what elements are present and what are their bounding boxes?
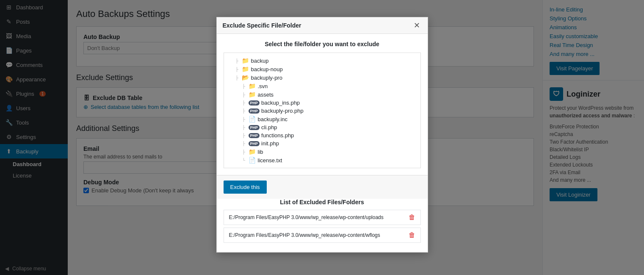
delete-excluded-1[interactable]: 🗑 bbox=[409, 214, 415, 221]
excluded-item-2: E:/Program Files/EasyPHP 3.0/www/wp_rele… bbox=[224, 228, 421, 243]
excluded-path-2: E:/Program Files/EasyPHP 3.0/www/wp_rele… bbox=[229, 232, 380, 238]
modal-subtitle: Select the file/folder you want to exclu… bbox=[224, 41, 421, 47]
tree-item-init[interactable]: ├ PHP init.php bbox=[241, 139, 417, 147]
tree-item-svn[interactable]: ├ 📁 .svn bbox=[241, 82, 417, 90]
modal-body: Select the file/folder you want to exclu… bbox=[217, 34, 428, 175]
tree-label-lib: lib bbox=[258, 149, 263, 155]
modal-close-button[interactable]: ✕ bbox=[412, 22, 422, 29]
tree-item-license[interactable]: └ 📄 license.txt bbox=[241, 156, 417, 164]
tree-label-backup-ins: backup_ins.php bbox=[261, 100, 300, 106]
tree-item-cli[interactable]: ├ PHP cli.php bbox=[241, 123, 417, 131]
tree-label-cli: cli.php bbox=[261, 124, 277, 131]
tree-label-assets: assets bbox=[258, 92, 274, 98]
tree-item-backup-ins[interactable]: ├ PHP backup_ins.php bbox=[241, 99, 417, 107]
tree-item-functions[interactable]: ├ PHP functions.php bbox=[241, 131, 417, 139]
file-tree: ├ 📁 backup ├ 📁 backup-noup ├ 📂 back bbox=[227, 56, 417, 164]
tree-item-assets[interactable]: ├ 📁 assets bbox=[241, 90, 417, 99]
excluded-list-title: List of Excluded Files/Folders bbox=[224, 199, 421, 206]
tree-item-lib[interactable]: ├ 📁 lib bbox=[241, 147, 417, 156]
tree-label-backuply-pro: backuply-pro bbox=[251, 75, 282, 81]
tree-item-backup-noup[interactable]: ├ 📁 backup-noup bbox=[234, 65, 417, 73]
tree-label-svn: .svn bbox=[258, 83, 268, 89]
php-badge-4: PHP bbox=[249, 133, 260, 138]
tree-label-backup: backup bbox=[251, 58, 269, 64]
tree-item-backup[interactable]: ├ 📁 backup bbox=[234, 56, 417, 65]
modal-overlay: Exclude Specific File/Folder ✕ Select th… bbox=[0, 0, 644, 275]
modal-header: Exclude Specific File/Folder ✕ bbox=[217, 17, 428, 34]
tree-label-functions: functions.php bbox=[261, 132, 294, 139]
tree-label-backuply-inc: backuply.inc bbox=[258, 116, 288, 122]
exclude-modal: Exclude Specific File/Folder ✕ Select th… bbox=[216, 17, 428, 253]
file-tree-container[interactable]: ├ 📁 backup ├ 📁 backup-noup ├ 📂 back bbox=[224, 53, 421, 168]
php-badge: PHP bbox=[249, 100, 260, 106]
tree-label-init: init.php bbox=[261, 140, 279, 147]
tree-item-backuply-inc[interactable]: ├ 📄 backuply.inc bbox=[241, 115, 417, 123]
exclude-this-button[interactable]: Exclude this bbox=[224, 181, 267, 194]
php-badge-3: PHP bbox=[249, 125, 260, 130]
delete-excluded-2[interactable]: 🗑 bbox=[409, 231, 415, 239]
excluded-list-section: List of Excluded Files/Folders E:/Progra… bbox=[217, 199, 428, 252]
php-badge-5: PHP bbox=[249, 141, 260, 146]
modal-footer: Exclude this bbox=[217, 175, 428, 199]
excluded-item-1: E:/Program Files/EasyPHP 3.0/www/wp_rele… bbox=[224, 210, 421, 225]
tree-item-backuply-pro[interactable]: ├ 📂 backuply-pro bbox=[234, 73, 417, 82]
php-badge-2: PHP bbox=[249, 108, 260, 114]
tree-item-backuply-pro-php[interactable]: ├ PHP backuply-pro.php bbox=[241, 107, 417, 115]
excluded-path-1: E:/Program Files/EasyPHP 3.0/www/wp_rele… bbox=[229, 214, 384, 220]
modal-title: Exclude Specific File/Folder bbox=[223, 22, 301, 29]
tree-label-backuply-pro-php: backuply-pro.php bbox=[261, 108, 304, 114]
tree-label-backup-noup: backup-noup bbox=[251, 66, 283, 72]
tree-label-license: license.txt bbox=[258, 157, 282, 164]
